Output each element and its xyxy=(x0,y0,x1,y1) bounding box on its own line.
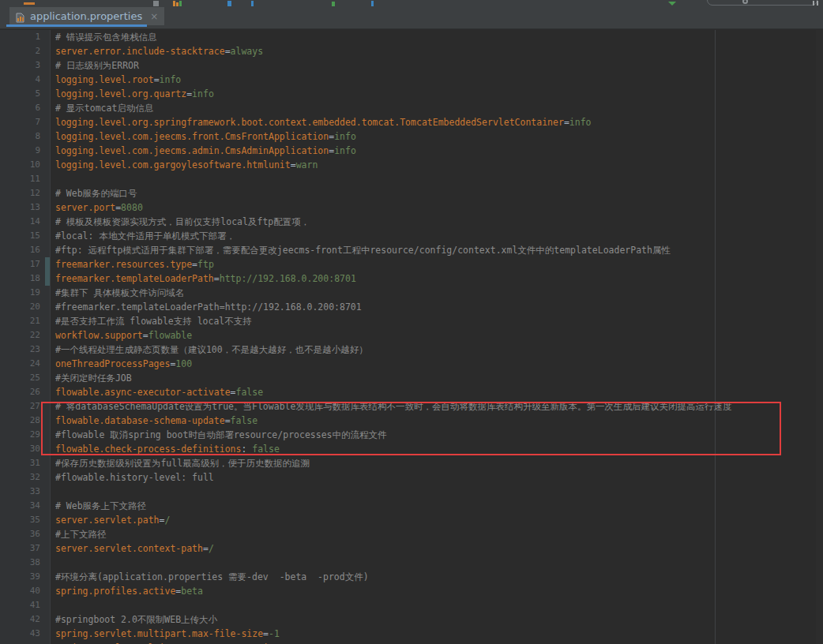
line-number: 39 xyxy=(0,570,50,584)
code-line[interactable]: logging.level.com.gargoylesoftware.htmlu… xyxy=(55,158,823,172)
code-line[interactable]: logging.level.org.quartz=info xyxy=(55,87,823,101)
vcs-change-marker[interactable] xyxy=(45,271,50,286)
properties-file-icon xyxy=(15,11,25,21)
code-line[interactable]: server.port=8080 xyxy=(55,200,823,215)
code-line[interactable]: freemarker.resources.type=ftp xyxy=(55,257,823,271)
property-key-token: flowable.async-executor-activate xyxy=(55,387,231,398)
tab-title: application.properties xyxy=(30,10,142,22)
code-line[interactable]: logging.level.com.jeecms.admin.CmsAdminA… xyxy=(55,144,823,158)
code-line[interactable]: server.servlet.path=/ xyxy=(55,513,823,527)
code-line[interactable]: oneThreadProcessPages=100 xyxy=(55,357,823,371)
property-key-token: logging.level.com.jeecms.admin.CmsAdminA… xyxy=(55,145,329,156)
line-number: 6 xyxy=(0,101,50,115)
property-key-token: logging.level.org.springframework.boot.c… xyxy=(55,117,564,128)
code-line[interactable]: #上下文路径 xyxy=(55,527,823,541)
line-number: 35 xyxy=(0,513,50,527)
code-line[interactable]: #关闭定时任务JOB xyxy=(55,371,823,385)
editor-tab-bar: application.properties × xyxy=(0,6,823,29)
code-line[interactable]: # Web服务的端口号 xyxy=(55,186,823,200)
property-value-token: info xyxy=(160,74,182,85)
property-value-token: 8080 xyxy=(121,202,143,213)
code-line[interactable]: # 显示tomcat启动信息 xyxy=(55,101,823,115)
code-line[interactable] xyxy=(55,598,823,612)
tab-close-icon[interactable]: × xyxy=(150,12,158,21)
chart-icon-fragment xyxy=(179,1,182,6)
code-line[interactable]: flowable.check-process-definitions: fals… xyxy=(55,442,823,456)
comment-token: # 错误提示包含堆栈信息 xyxy=(55,32,157,43)
code-line[interactable]: flowable.database-schema-update=false xyxy=(55,414,823,428)
line-number: 12 xyxy=(0,186,50,200)
vcs-change-marker[interactable] xyxy=(45,257,50,271)
property-key-token: flowable.check-process-definitions xyxy=(55,444,241,455)
code-line[interactable]: #ftp: 远程ftp模式适用于集群下部署，需要配合更改jeecms-front… xyxy=(55,243,823,257)
separator-token: : xyxy=(241,444,252,455)
comment-token: # Web服务上下文路径 xyxy=(55,500,146,511)
code-line[interactable] xyxy=(55,485,823,499)
line-number: 30 xyxy=(0,442,50,456)
code-area[interactable]: # 错误提示包含堆栈信息server.error.include-stacktr… xyxy=(55,30,823,644)
property-value-token: false xyxy=(252,444,280,455)
code-line[interactable]: #freemarker.templateLoaderPath=http://19… xyxy=(55,300,823,314)
code-line[interactable]: spring.profiles.active=beta xyxy=(55,584,823,598)
line-number: 34 xyxy=(0,499,50,513)
line-number: 17 xyxy=(0,257,50,271)
line-number: 7 xyxy=(0,115,50,129)
code-line[interactable] xyxy=(55,172,823,186)
code-line[interactable]: #flowable.history-level: full xyxy=(55,470,823,485)
line-number: 1 xyxy=(0,30,50,44)
line-number: 9 xyxy=(0,144,50,158)
toolbar-fragment xyxy=(817,1,818,6)
code-line[interactable]: #是否支持工作流 flowable支持 local不支持 xyxy=(55,314,823,328)
comment-token: # Web服务的端口号 xyxy=(55,188,137,199)
comment-token: #flowable 取消spring boot时自动部署resource/pro… xyxy=(55,429,387,440)
property-key-token: server.servlet.context-path xyxy=(55,543,203,554)
comment-token: # 显示tomcat启动信息 xyxy=(55,103,153,114)
separator-token: = xyxy=(214,273,220,284)
code-line[interactable] xyxy=(55,556,823,570)
code-line[interactable]: workflow.support=flowable xyxy=(55,328,823,343)
code-line[interactable]: logging.level.com.jeecms.front.CmsFrontA… xyxy=(55,129,823,144)
code-line[interactable]: # Web服务上下文路径 xyxy=(55,499,823,513)
line-number: 36 xyxy=(0,527,50,541)
line-number: 18 xyxy=(0,271,50,286)
code-line[interactable]: logging.level.org.springframework.boot.c… xyxy=(55,115,823,129)
line-number: 27 xyxy=(0,399,50,414)
code-line[interactable]: flowable.async-executor-activate=false xyxy=(55,385,823,399)
separator-token: = xyxy=(263,628,269,639)
toolbar-fragment xyxy=(227,1,231,6)
code-line[interactable]: spring.servlet.multipart.max-file-size=-… xyxy=(55,627,823,641)
code-line[interactable]: #集群下 具体模板文件访问域名 xyxy=(55,286,823,300)
line-number: 33 xyxy=(0,485,50,499)
code-line[interactable]: spring.servlet.multipart.max-request-siz… xyxy=(55,641,823,644)
code-line[interactable]: # 错误提示包含堆栈信息 xyxy=(55,30,823,44)
separator-token: = xyxy=(225,46,231,57)
separator-token: = xyxy=(231,387,236,398)
toolbar-fragment xyxy=(24,2,35,5)
code-line[interactable]: #local: 本地文件适用于单机模式下部署， xyxy=(55,229,823,243)
line-number: 25 xyxy=(0,371,50,385)
code-line[interactable]: server.error.include-stacktrace=always xyxy=(55,44,823,58)
code-line[interactable]: #保存历史数据级别设置为full最高级别，便于历史数据的追溯 xyxy=(55,456,823,470)
code-line[interactable]: logging.level.root=info xyxy=(55,73,823,87)
code-line[interactable]: #springboot 2.0不限制WEB上传大小 xyxy=(55,612,823,627)
code-line[interactable]: # 模板及模板资源实现方式，目前仅支持local及ftp配置项， xyxy=(55,215,823,229)
line-number: 20 xyxy=(0,300,50,314)
code-line[interactable]: # 将databaseSchemaUpdate设置为true。当Flowable… xyxy=(55,399,823,414)
line-number: 22 xyxy=(0,328,50,343)
line-number: 24 xyxy=(0,357,50,371)
code-line[interactable]: server.servlet.context-path=/ xyxy=(55,541,823,556)
line-number: 4 xyxy=(0,73,50,87)
tab-application-properties[interactable]: application.properties × xyxy=(9,7,164,25)
toolbar-sliver xyxy=(0,0,823,6)
code-line[interactable]: #环境分离(application.properties 需要-dev -bet… xyxy=(55,570,823,584)
code-line[interactable]: #flowable 取消spring boot时自动部署resource/pro… xyxy=(55,428,823,442)
editor[interactable]: 1234567891011121314151617181920212223242… xyxy=(0,30,823,644)
code-line[interactable]: freemarker.templateLoaderPath=http://192… xyxy=(55,271,823,286)
run-dropdown-arrow-icon xyxy=(668,2,676,6)
code-line[interactable]: # 日志级别为ERROR xyxy=(55,58,823,73)
separator-token: = xyxy=(564,117,569,128)
vertical-scrollbar[interactable] xyxy=(816,30,823,644)
property-value-token: false xyxy=(231,415,258,426)
code-line[interactable]: #一个线程处理生成静态页数量（建议100，不是越大越好，也不是越小越好） xyxy=(55,343,823,357)
search-input[interactable] xyxy=(707,0,817,6)
